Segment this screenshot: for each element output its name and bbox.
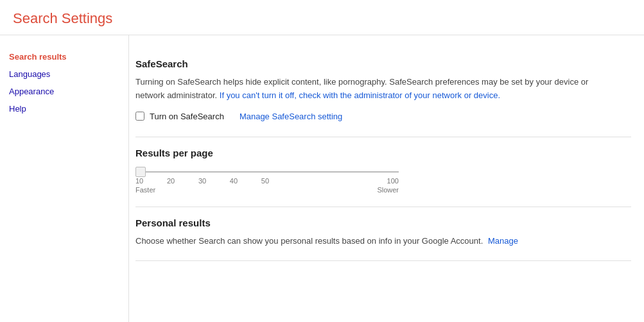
slider-label-20: 20: [167, 177, 175, 185]
slider-label-30: 30: [198, 177, 206, 185]
safesearch-admin-link[interactable]: If you can't turn it off, check with the…: [220, 90, 500, 100]
safesearch-section: SafeSearch Turning on SafeSearch helps h…: [135, 48, 631, 137]
slider-label-100: 100: [387, 177, 399, 185]
speed-slower-label: Slower: [377, 186, 399, 194]
personal-results-description: Choose whether Search can show you perso…: [135, 235, 604, 248]
safesearch-title: SafeSearch: [135, 58, 631, 69]
safesearch-checkbox-label[interactable]: Turn on SafeSearch: [150, 112, 224, 121]
results-per-page-section: Results per page 10 20 30 40 50 100: [135, 137, 631, 207]
slider-label-10: 10: [135, 177, 143, 185]
speed-faster-label: Faster: [135, 186, 155, 194]
sidebar-item-appearance[interactable]: Appearance: [6, 83, 122, 100]
sidebar-item-search-results[interactable]: Search results: [6, 48, 122, 65]
personal-results-text: Choose whether Search can show you perso…: [135, 236, 483, 246]
slider-speed-labels: Faster Slower: [135, 186, 399, 194]
manage-safesearch-link[interactable]: Manage SafeSearch setting: [239, 112, 342, 121]
slider-labels: 10 20 30 40 50 100: [135, 177, 399, 185]
slider-label-40: 40: [230, 177, 238, 185]
personal-results-section: Personal results Choose whether Search c…: [135, 207, 631, 262]
safesearch-checkbox[interactable]: [135, 112, 144, 121]
slider-label-50: 50: [261, 177, 269, 185]
safesearch-description: Turning on SafeSearch helps hide explici…: [135, 76, 604, 103]
page-header: Search Settings: [0, 0, 644, 35]
results-per-page-title: Results per page: [135, 148, 631, 158]
personal-results-manage-link[interactable]: Manage: [488, 236, 518, 246]
sidebar-item-languages[interactable]: Languages: [6, 65, 122, 83]
main-content: SafeSearch Turning on SafeSearch helps h…: [128, 35, 644, 322]
sidebar: Search results Languages Appearance Help: [0, 35, 128, 322]
sidebar-item-help[interactable]: Help: [6, 100, 122, 117]
results-per-page-slider[interactable]: [135, 171, 399, 173]
page-title: Search Settings: [13, 10, 631, 27]
personal-results-title: Personal results: [135, 217, 631, 228]
